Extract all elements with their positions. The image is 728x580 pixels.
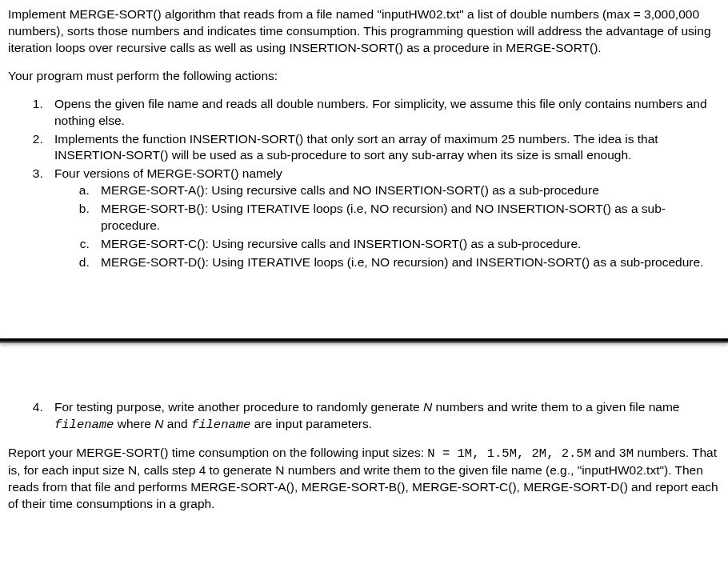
intro-paragraph-1: Implement MERGE-SORT() algorithm that re… bbox=[8, 6, 720, 57]
main-steps-list-continued: For testing purpose, write another proce… bbox=[8, 399, 720, 434]
step-3-sublist: MERGE-SORT-A(): Using recursive calls an… bbox=[54, 182, 720, 271]
step-3b-text: MERGE-SORT-B(): Using ITERATIVE loops (i… bbox=[101, 202, 666, 232]
footer-text-b: and bbox=[591, 446, 618, 459]
step-3b: MERGE-SORT-B(): Using ITERATIVE loops (i… bbox=[93, 201, 720, 234]
step-4-var-filename: filename bbox=[54, 418, 114, 432]
footer-text-a: Report your MERGE-SORT() time consumptio… bbox=[8, 446, 427, 459]
step-3c-text: MERGE-SORT-C(): Using recursive calls an… bbox=[101, 237, 581, 250]
step-2-text: Implements the function INSERTION-SORT()… bbox=[54, 132, 658, 162]
step-4-text-e: are input parameters. bbox=[250, 417, 372, 430]
footer-sizes: N = 1M, 1.5M, 2M, 2.5M bbox=[427, 446, 591, 461]
intro-text-1: Implement MERGE-SORT() algorithm that re… bbox=[8, 7, 711, 54]
step-3d-text: MERGE-SORT-D(): Using ITERATIVE loops (i… bbox=[101, 255, 703, 269]
step-1: Opens the given file name and reads all … bbox=[46, 96, 720, 130]
page-spacer-top bbox=[8, 282, 720, 338]
step-4-text-c: where bbox=[114, 417, 154, 430]
footer-paragraph: Report your MERGE-SORT() time consumptio… bbox=[8, 445, 720, 513]
step-4: For testing purpose, write another proce… bbox=[46, 399, 720, 434]
step-3d: MERGE-SORT-D(): Using ITERATIVE loops (i… bbox=[93, 254, 720, 271]
step-4-text-d: and bbox=[163, 417, 190, 430]
step-3c: MERGE-SORT-C(): Using recursive calls an… bbox=[93, 236, 720, 253]
footer-last-size: 3M bbox=[618, 446, 634, 461]
step-3a: MERGE-SORT-A(): Using recursive calls an… bbox=[93, 182, 720, 199]
step-4-var-n: N bbox=[423, 400, 432, 414]
page-spacer-bottom bbox=[8, 343, 720, 399]
intro-text-2: Your program must perform the following … bbox=[8, 69, 278, 82]
step-4-text-a: For testing purpose, write another proce… bbox=[54, 400, 423, 414]
step-4-var-filename2: filename bbox=[191, 418, 250, 432]
step-3: Four versions of MERGE-SORT() namely MER… bbox=[46, 166, 720, 271]
intro-paragraph-2: Your program must perform the following … bbox=[8, 68, 720, 85]
step-4-var-n2: N bbox=[154, 417, 163, 430]
step-4-text-b: numbers and write them to a given file n… bbox=[432, 400, 679, 414]
main-steps-list: Opens the given file name and reads all … bbox=[8, 96, 720, 271]
step-1-text: Opens the given file name and reads all … bbox=[54, 97, 707, 127]
step-3a-text: MERGE-SORT-A(): Using recursive calls an… bbox=[101, 183, 599, 197]
step-3-text: Four versions of MERGE-SORT() namely bbox=[54, 166, 282, 180]
step-2: Implements the function INSERTION-SORT()… bbox=[46, 131, 720, 165]
